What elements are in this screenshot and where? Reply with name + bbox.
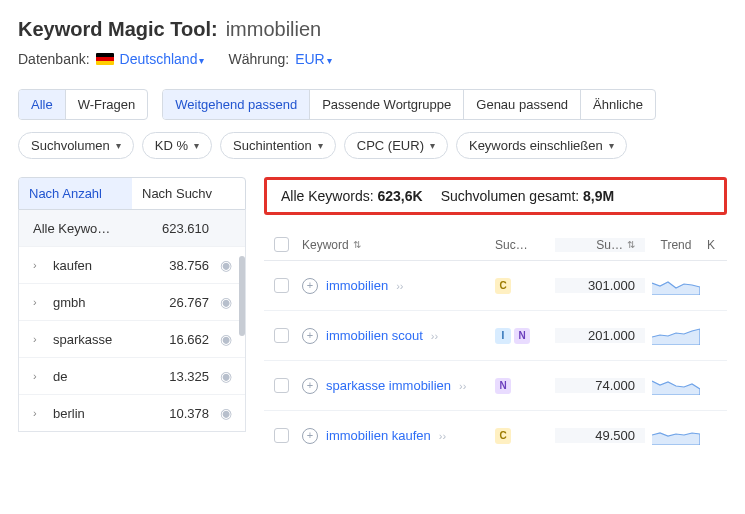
eye-placeholder (217, 220, 235, 236)
col-intent-header[interactable]: Suc… (495, 238, 555, 252)
tab-phrase-match[interactable]: Passende Wortgruppe (309, 90, 463, 119)
table-row: + immobilien kaufen ›› C 49.500 (264, 411, 727, 460)
chevron-right-icon: › (33, 370, 45, 382)
row-checkbox[interactable] (274, 278, 289, 293)
group-item[interactable]: › de 13.325 ◉ (19, 358, 245, 395)
tab-related[interactable]: Ähnliche (580, 90, 655, 119)
table-row: + sparkasse immobilien ›› N 74.000 (264, 361, 727, 411)
chevron-right-icon: › (33, 296, 45, 308)
col-trend-header[interactable]: Trend (645, 238, 707, 252)
intent-tag-navigational: N (495, 378, 511, 394)
volume-value: 74.000 (555, 378, 645, 393)
group-all-keywords[interactable]: Alle Keywo… 623.610 (19, 210, 245, 247)
keyword-link[interactable]: immobilien scout (326, 328, 423, 343)
group-label: Alle Keywo… (33, 221, 141, 236)
expand-icon[interactable]: ›› (431, 330, 438, 342)
sort-icon: ⇅ (627, 239, 635, 250)
summary-box: Alle Keywords: 623,6K Suchvolumen gesamt… (264, 177, 727, 215)
row-checkbox[interactable] (274, 328, 289, 343)
eye-icon[interactable]: ◉ (217, 405, 235, 421)
chevron-right-icon: › (33, 333, 45, 345)
col-keyword-header[interactable]: Keyword⇅ (298, 238, 495, 252)
chevron-down-icon: ▾ (194, 140, 199, 151)
total-volume: Suchvolumen gesamt: 8,9M (441, 188, 615, 204)
keyword-link[interactable]: immobilien kaufen (326, 428, 431, 443)
group-item[interactable]: › berlin 10.378 ◉ (19, 395, 245, 431)
add-keyword-icon[interactable]: + (302, 378, 318, 394)
currency-dropdown[interactable]: EUR▾ (295, 51, 332, 67)
chevron-right-icon: › (33, 407, 45, 419)
chevron-down-icon: ▾ (199, 55, 204, 66)
group-sort-tabs: Nach Anzahl Nach Suchv (18, 177, 246, 210)
table-row: + immobilien scout ›› IN 201.000 (264, 311, 727, 361)
row-checkbox[interactable] (274, 378, 289, 393)
add-keyword-icon[interactable]: + (302, 428, 318, 444)
select-all-checkbox[interactable] (274, 237, 289, 252)
row-checkbox[interactable] (274, 428, 289, 443)
keyword-link[interactable]: immobilien (326, 278, 388, 293)
scope-segment: Alle W-Fragen (18, 89, 148, 120)
add-keyword-icon[interactable]: + (302, 278, 318, 294)
database-dropdown[interactable]: Deutschland▾ (120, 51, 205, 67)
tab-by-volume[interactable]: Nach Suchv (132, 178, 245, 209)
volume-value: 49.500 (555, 428, 645, 443)
add-keyword-icon[interactable]: + (302, 328, 318, 344)
trend-sparkline (652, 423, 700, 445)
group-label: sparkasse (53, 332, 141, 347)
eye-icon[interactable]: ◉ (217, 257, 235, 273)
trend-sparkline (652, 323, 700, 345)
tab-questions[interactable]: W-Fragen (65, 90, 148, 119)
group-item[interactable]: › kaufen 38.756 ◉ (19, 247, 245, 284)
chevron-down-icon: ▾ (609, 140, 614, 151)
database-label: Datenbank: (18, 51, 90, 67)
tool-title: Keyword Magic Tool: (18, 18, 218, 41)
group-label: kaufen (53, 258, 141, 273)
filter-kd[interactable]: KD %▾ (142, 132, 212, 159)
chevron-right-icon: › (33, 259, 45, 271)
expand-icon[interactable]: ›› (459, 380, 466, 392)
tab-broad-match[interactable]: Weitgehend passend (163, 90, 309, 119)
eye-icon[interactable]: ◉ (217, 331, 235, 347)
chevron-down-icon: ▾ (116, 140, 121, 151)
total-keywords: Alle Keywords: 623,6K (281, 188, 423, 204)
group-count: 10.378 (149, 406, 209, 421)
chevron-down-icon: ▾ (318, 140, 323, 151)
group-label: berlin (53, 406, 141, 421)
intent-tag-commercial: C (495, 278, 511, 294)
expand-icon[interactable]: ›› (396, 280, 403, 292)
filter-cpc[interactable]: CPC (EUR)▾ (344, 132, 448, 159)
intent-tag-commercial: C (495, 428, 511, 444)
intent-tag-informational: I (495, 328, 511, 344)
keyword-table: Keyword⇅ Suc… Su…⇅ Trend K + immobilien … (264, 229, 727, 460)
group-label: de (53, 369, 141, 384)
filter-include[interactable]: Keywords einschließen▾ (456, 132, 627, 159)
filter-intent[interactable]: Suchintention▾ (220, 132, 336, 159)
scrollbar[interactable] (239, 256, 245, 431)
currency-label: Währung: (228, 51, 289, 67)
tab-exact-match[interactable]: Genau passend (463, 90, 580, 119)
table-row: + immobilien ›› C 301.000 (264, 261, 727, 311)
eye-icon[interactable]: ◉ (217, 368, 235, 384)
keyword-link[interactable]: sparkasse immobilien (326, 378, 451, 393)
trend-sparkline (652, 273, 700, 295)
col-kd-header[interactable]: K (707, 238, 727, 252)
keyword-group-list: Alle Keywo… 623.610 › kaufen 38.756 ◉ › … (18, 210, 246, 432)
group-item[interactable]: › gmbh 26.767 ◉ (19, 284, 245, 321)
group-count: 13.325 (149, 369, 209, 384)
group-item[interactable]: › sparkasse 16.662 ◉ (19, 321, 245, 358)
filter-volume[interactable]: Suchvolumen▾ (18, 132, 134, 159)
volume-value: 201.000 (555, 328, 645, 343)
chevron-down-icon: ▾ (430, 140, 435, 151)
tab-by-count[interactable]: Nach Anzahl (19, 178, 132, 209)
flag-germany-icon (96, 53, 114, 65)
col-volume-header[interactable]: Su…⇅ (555, 238, 645, 252)
tab-all[interactable]: Alle (19, 90, 65, 119)
group-count: 623.610 (149, 221, 209, 236)
chevron-down-icon: ▾ (327, 55, 332, 66)
group-count: 16.662 (149, 332, 209, 347)
expand-icon[interactable]: ›› (439, 430, 446, 442)
group-count: 26.767 (149, 295, 209, 310)
group-count: 38.756 (149, 258, 209, 273)
match-segment: Weitgehend passend Passende Wortgruppe G… (162, 89, 656, 120)
eye-icon[interactable]: ◉ (217, 294, 235, 310)
